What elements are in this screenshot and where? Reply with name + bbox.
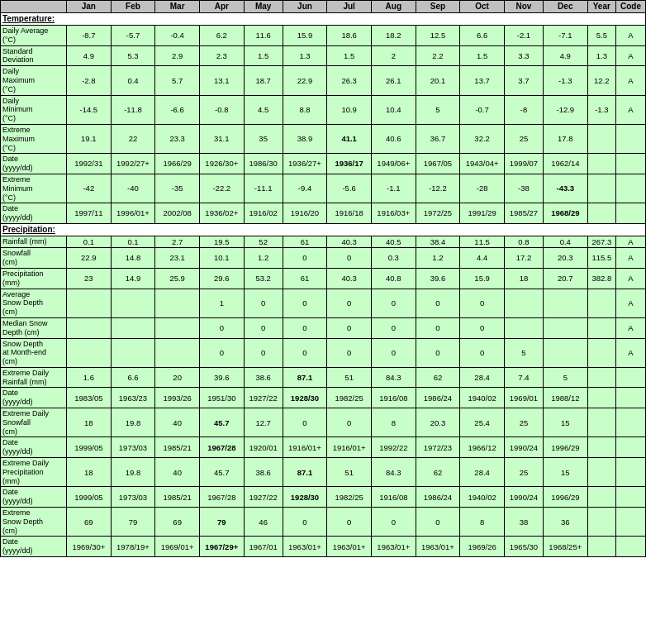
- data-cell: A: [616, 338, 646, 367]
- data-cell: 1927/22: [244, 487, 283, 508]
- data-cell: 17.2: [504, 248, 543, 269]
- data-cell: -12.9: [543, 95, 587, 124]
- row-label-cell: Extreme DailyRainfall (mm): [1, 367, 67, 388]
- data-cell: 35: [244, 124, 283, 153]
- data-cell: 79: [111, 508, 155, 537]
- data-cell: A: [616, 26, 646, 46]
- data-cell: 18.2: [371, 26, 416, 46]
- data-cell: 38.9: [283, 124, 327, 153]
- row-label-cell: Snow Depthat Month-end(cm): [1, 338, 67, 367]
- data-cell: 51: [327, 367, 372, 388]
- data-cell: 0: [327, 317, 372, 338]
- data-cell: 1916/02: [244, 203, 283, 224]
- data-cell: 20: [155, 367, 200, 388]
- data-cell: [616, 437, 646, 458]
- data-cell: 2.9: [155, 45, 200, 66]
- table-row: Extreme DailySnowfall(cm)1819.84045.712.…: [1, 408, 646, 437]
- data-cell: 10.1: [199, 248, 244, 269]
- data-cell: 84.3: [371, 367, 416, 388]
- data-cell: 40: [155, 458, 200, 487]
- data-cell: 18: [504, 268, 543, 289]
- data-cell: 40.3: [327, 236, 372, 247]
- data-cell: 25.9: [155, 268, 200, 289]
- data-cell: 1992/27+: [111, 154, 155, 174]
- data-cell: [504, 289, 543, 317]
- data-cell: 1985/21: [155, 487, 200, 508]
- data-cell: [111, 317, 155, 338]
- data-cell: 20.7: [543, 268, 587, 289]
- col-aug-header: Aug: [371, 1, 416, 13]
- row-label-cell: Date(yyyy/dd): [1, 203, 67, 224]
- data-cell: 0.1: [111, 236, 155, 247]
- data-cell: 38.6: [244, 367, 283, 388]
- data-cell: 1943/04+: [460, 154, 505, 174]
- data-cell: -0.4: [155, 26, 200, 46]
- data-cell: 0: [371, 508, 416, 537]
- data-cell: 61: [283, 268, 327, 289]
- data-cell: 4.9: [543, 45, 587, 66]
- data-cell: -0.8: [199, 95, 244, 124]
- data-cell: -42: [67, 174, 112, 203]
- data-cell: 0: [199, 338, 244, 367]
- table-row: ExtremeMaximum(°C)19.12223.331.13538.941…: [1, 124, 646, 153]
- col-mar-header: Mar: [155, 1, 200, 13]
- data-cell: 4.9: [67, 45, 112, 66]
- data-cell: 23.1: [155, 248, 200, 269]
- table-row: Date(yyyy/dd)1992/311992/27+1966/291926/…: [1, 154, 646, 174]
- table-row: ExtremeSnow Depth(cm)6979697946000083836: [1, 508, 646, 537]
- data-cell: 4.5: [244, 95, 283, 124]
- data-cell: 1963/23: [111, 388, 155, 408]
- data-cell: 12.7: [244, 408, 283, 437]
- data-cell: 12.5: [416, 26, 460, 46]
- data-cell: 115.5: [587, 248, 615, 269]
- data-cell: 10.9: [327, 95, 372, 124]
- data-cell: 2: [371, 45, 416, 66]
- data-cell: 8: [371, 408, 416, 437]
- data-cell: 18.7: [244, 66, 283, 95]
- data-cell: [587, 388, 615, 408]
- col-year-header: Year: [587, 1, 615, 13]
- data-cell: 1916/20: [283, 203, 327, 224]
- data-cell: 0: [416, 338, 460, 367]
- data-cell: 1969/26: [460, 537, 505, 557]
- data-cell: [587, 537, 615, 557]
- data-cell: 11.6: [244, 26, 283, 46]
- data-cell: 1992/31: [67, 154, 112, 174]
- row-label-cell: Snowfall(cm): [1, 248, 67, 269]
- data-cell: 1973/03: [111, 437, 155, 458]
- data-cell: [543, 289, 587, 317]
- data-cell: [67, 289, 112, 317]
- data-cell: 5.3: [111, 45, 155, 66]
- data-cell: 87.1: [283, 367, 327, 388]
- data-cell: 19.5: [199, 236, 244, 247]
- data-cell: 45.7: [199, 408, 244, 437]
- data-cell: 4.4: [460, 248, 505, 269]
- data-cell: 14.9: [111, 268, 155, 289]
- data-cell: 15.9: [460, 268, 505, 289]
- data-cell: -12.2: [416, 174, 460, 203]
- section-header-label: Precipitation:: [1, 223, 646, 236]
- table-row: Date(yyyy/dd)1983/051963/231993/261951/3…: [1, 388, 646, 408]
- data-cell: 1936/17: [327, 154, 372, 174]
- data-cell: 18: [67, 408, 112, 437]
- data-cell: 40.3: [327, 268, 372, 289]
- data-cell: [616, 124, 646, 153]
- data-cell: 61: [283, 236, 327, 247]
- data-cell: [155, 289, 200, 317]
- data-cell: A: [616, 45, 646, 66]
- data-cell: -1.3: [587, 95, 615, 124]
- row-label-cell: AverageSnow Depth(cm): [1, 289, 67, 317]
- data-cell: 1990/24: [504, 487, 543, 508]
- table-row: Extreme DailyPrecipitation(mm)1819.84045…: [1, 458, 646, 487]
- data-cell: 14.8: [111, 248, 155, 269]
- data-cell: 15: [543, 408, 587, 437]
- data-cell: [587, 508, 615, 537]
- data-cell: [587, 367, 615, 388]
- data-cell: 84.3: [371, 458, 416, 487]
- data-cell: 1985/21: [155, 437, 200, 458]
- data-cell: 36: [543, 508, 587, 537]
- data-cell: 3.3: [504, 45, 543, 66]
- data-cell: 1996/29: [543, 487, 587, 508]
- data-cell: 1988/12: [543, 388, 587, 408]
- col-jul-header: Jul: [327, 1, 372, 13]
